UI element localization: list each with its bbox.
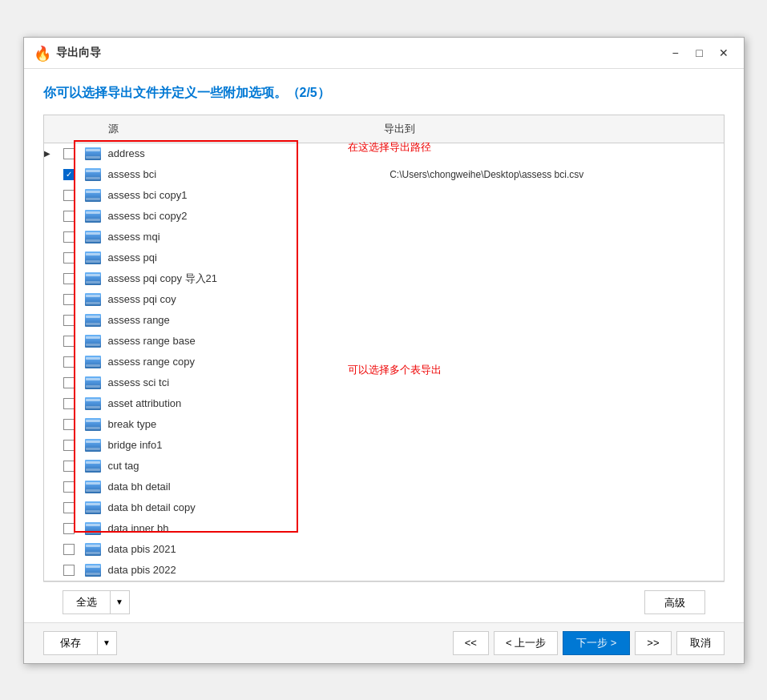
minimize-button[interactable]: − [665, 44, 686, 62]
nav-next-button[interactable]: 下一步 > [563, 631, 630, 655]
row-checkbox[interactable] [63, 148, 75, 159]
row-checkbox[interactable] [63, 377, 75, 388]
row-checkbox[interactable] [63, 356, 75, 368]
save-dropdown-button[interactable]: ▼ [97, 632, 116, 654]
nav-last-button[interactable]: >> [635, 631, 671, 655]
row-checkbox[interactable] [63, 440, 75, 451]
row-db-icon-cell [81, 210, 105, 223]
row-db-icon-cell [81, 272, 105, 285]
table-row[interactable]: cut tag [44, 456, 724, 477]
row-checkbox-cell[interactable] [57, 419, 81, 430]
row-checkbox[interactable] [63, 544, 75, 555]
maximize-button[interactable]: □ [689, 44, 710, 62]
row-checkbox-cell[interactable] [57, 356, 81, 368]
row-checkbox-cell[interactable] [57, 398, 81, 409]
table-row[interactable]: bridge info1 [44, 435, 724, 456]
row-checkbox-cell[interactable] [57, 544, 81, 555]
select-all-dropdown-button[interactable]: ▼ [110, 591, 129, 614]
row-checkbox[interactable] [63, 398, 75, 409]
row-checkbox-cell[interactable] [57, 169, 81, 180]
select-all-button[interactable]: 全选 [63, 591, 110, 614]
window-title: 导出向导 [56, 46, 665, 60]
row-checkbox-cell[interactable] [57, 315, 81, 326]
save-button[interactable]: 保存 [44, 632, 97, 654]
nav-prev-button[interactable]: < 上一步 [494, 631, 558, 655]
table-body[interactable]: ▶addressassess bciC:\Users\chongweihe\De… [44, 143, 724, 581]
table-row[interactable]: assess range base [44, 331, 724, 352]
row-db-icon-cell [81, 376, 105, 389]
row-name-cell: data bh detail copy [105, 501, 387, 513]
row-checkbox-cell[interactable] [57, 502, 81, 513]
row-checkbox-cell[interactable] [57, 252, 81, 264]
row-checkbox-cell[interactable] [57, 440, 81, 451]
row-db-icon-cell [81, 356, 105, 368]
row-checkbox-cell[interactable] [57, 273, 81, 284]
row-checkbox-cell[interactable] [57, 523, 81, 534]
dialog-body: 源 导出到 ▶addressassess bciC:\Users\chongwe… [24, 115, 744, 622]
row-name-cell: cut tag [105, 460, 387, 472]
app-icon: 🔥 [34, 45, 50, 61]
col-source-header: 源 [105, 120, 381, 138]
row-db-icon-cell [81, 251, 105, 264]
row-checkbox[interactable] [63, 565, 75, 576]
row-checkbox-cell[interactable] [57, 336, 81, 347]
db-icon [85, 231, 101, 243]
table-row[interactable]: assess pqi [44, 247, 724, 268]
row-name-cell: assess bci copy1 [105, 189, 387, 201]
row-checkbox[interactable] [63, 481, 75, 493]
row-checkbox-cell[interactable] [57, 461, 81, 472]
row-checkbox[interactable] [63, 169, 75, 180]
table-row[interactable]: assess pqi copy 导入21 [44, 268, 724, 289]
nav-first-button[interactable]: << [453, 631, 489, 655]
db-icon [85, 376, 101, 389]
db-icon [85, 293, 101, 306]
table-row[interactable]: break type [44, 414, 724, 435]
row-checkbox-cell[interactable] [57, 481, 81, 493]
table-row[interactable]: assess pqi coy [44, 289, 724, 310]
row-checkbox-cell[interactable] [57, 148, 81, 159]
row-checkbox[interactable] [63, 523, 75, 534]
annotation-path-label: 在这选择导出路径 [348, 140, 431, 155]
table-row[interactable]: assess bci copy2 [44, 206, 724, 227]
table-row[interactable]: asset attribution [44, 393, 724, 414]
row-checkbox-cell[interactable] [57, 377, 81, 388]
table-row[interactable]: data pbis 2022 [44, 560, 724, 581]
table-row[interactable]: assess mqi [44, 227, 724, 247]
table-row[interactable]: data inner bh [44, 518, 724, 539]
table-row[interactable]: data pbis 2021 [44, 539, 724, 560]
table-row[interactable]: assess range [44, 310, 724, 331]
db-icon [85, 460, 101, 473]
table-row[interactable]: data bh detail copy [44, 497, 724, 518]
row-checkbox[interactable] [63, 231, 75, 243]
table-row[interactable]: data bh detail [44, 477, 724, 497]
row-checkbox[interactable] [63, 502, 75, 513]
table-row[interactable]: assess bciC:\Users\chongweihe\Desktop\as… [44, 164, 724, 185]
row-db-icon-cell [81, 147, 105, 160]
close-button[interactable]: ✕ [713, 44, 734, 62]
row-checkbox-cell[interactable] [57, 211, 81, 222]
row-checkbox[interactable] [63, 315, 75, 326]
table-container: 源 导出到 ▶addressassess bciC:\Users\chongwe… [43, 115, 725, 581]
cancel-button[interactable]: 取消 [676, 631, 725, 655]
row-db-icon-cell [81, 501, 105, 514]
row-checkbox-cell[interactable] [57, 231, 81, 243]
row-checkbox[interactable] [63, 273, 75, 284]
row-checkbox[interactable] [63, 190, 75, 201]
row-checkbox[interactable] [63, 252, 75, 264]
row-checkbox-cell[interactable] [57, 565, 81, 576]
title-bar: 🔥 导出向导 − □ ✕ [24, 38, 744, 69]
dialog-subtitle: 你可以选择导出文件并定义一些附加选项。（2/5） [43, 85, 725, 102]
db-icon [85, 418, 101, 431]
row-checkbox[interactable] [63, 461, 75, 472]
row-checkbox[interactable] [63, 211, 75, 222]
row-checkbox[interactable] [63, 336, 75, 347]
row-db-icon-cell [81, 189, 105, 202]
row-checkbox[interactable] [63, 294, 75, 305]
row-checkbox[interactable] [63, 419, 75, 430]
row-checkbox-cell[interactable] [57, 190, 81, 201]
table-row[interactable]: assess bci copy1 [44, 185, 724, 206]
row-db-icon-cell [81, 439, 105, 452]
row-name-cell: assess pqi coy [105, 293, 387, 305]
advanced-button[interactable]: 高级 [644, 590, 705, 614]
row-checkbox-cell[interactable] [57, 294, 81, 305]
